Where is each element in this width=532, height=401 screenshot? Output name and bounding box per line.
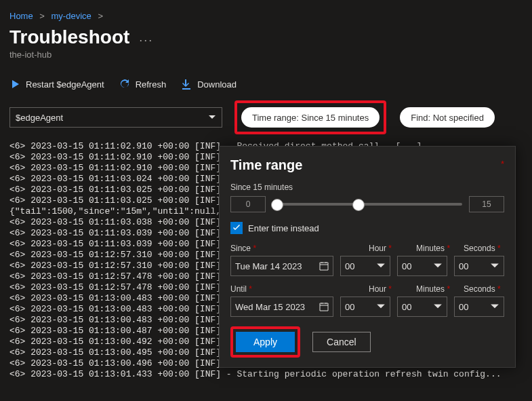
calendar-icon bbox=[319, 302, 329, 311]
chevron-down-icon bbox=[208, 113, 216, 121]
flyout-title: Time range bbox=[230, 157, 504, 173]
slider-track[interactable] bbox=[272, 203, 462, 206]
timerange-pill[interactable]: Time range: Since 15 minutes bbox=[241, 107, 380, 128]
since-hour-select[interactable]: 00 bbox=[340, 256, 390, 276]
since-minutes-select[interactable]: 00 bbox=[397, 256, 447, 276]
find-pill[interactable]: Find: Not specified bbox=[400, 107, 495, 128]
download-icon bbox=[181, 79, 192, 90]
cancel-button[interactable]: Cancel bbox=[312, 332, 371, 352]
refresh-icon bbox=[119, 79, 130, 90]
download-button[interactable]: Download bbox=[181, 79, 237, 90]
callout-timerange: Time range: Since 15 minutes bbox=[234, 100, 386, 134]
hour-label: Hour bbox=[369, 244, 386, 253]
until-date-value: Wed Mar 15 2023 bbox=[235, 302, 305, 312]
chevron-down-icon bbox=[433, 261, 443, 271]
minutes-label: Minutes bbox=[416, 284, 445, 294]
more-icon[interactable]: ... bbox=[139, 31, 153, 45]
breadcrumb: Home > my-device > bbox=[9, 11, 523, 21]
chevron-down-icon bbox=[490, 261, 499, 271]
play-icon bbox=[9, 79, 20, 90]
since-date-value: Tue Mar 14 2023 bbox=[235, 261, 302, 271]
enter-time-label: Enter time instead bbox=[248, 223, 319, 233]
refresh-label: Refresh bbox=[136, 79, 167, 90]
page-subtitle: the-iot-hub bbox=[9, 50, 523, 60]
minutes-label: Minutes bbox=[416, 244, 445, 253]
until-label: Until bbox=[230, 284, 247, 294]
callout-apply: Apply bbox=[230, 326, 300, 358]
slider-thumb-end[interactable] bbox=[352, 199, 365, 211]
refresh-button[interactable]: Refresh bbox=[119, 79, 167, 90]
breadcrumb-device[interactable]: my-device bbox=[52, 11, 91, 21]
page-title: Troubleshoot bbox=[9, 26, 129, 48]
slider-min: 0 bbox=[230, 196, 266, 212]
since-label: Since bbox=[230, 244, 251, 253]
timerange-flyout: * Time range Since 15 minutes 0 15 Enter… bbox=[219, 146, 516, 368]
slider-max: 15 bbox=[469, 196, 504, 212]
hour-label: Hour bbox=[369, 284, 386, 294]
chevron-right-icon: > bbox=[98, 11, 103, 21]
calendar-icon bbox=[319, 261, 329, 271]
until-seconds-select[interactable]: 00 bbox=[454, 297, 504, 317]
required-indicator: * bbox=[501, 159, 504, 169]
slider-thumb-start[interactable] bbox=[271, 199, 283, 211]
until-hour-select[interactable]: 00 bbox=[340, 297, 390, 317]
module-select[interactable]: $edgeAgent bbox=[9, 107, 222, 128]
chevron-down-icon bbox=[376, 302, 386, 311]
restart-label: Restart $edgeAgent bbox=[26, 79, 104, 90]
apply-button[interactable]: Apply bbox=[236, 332, 295, 352]
chevron-right-icon: > bbox=[39, 11, 45, 21]
seconds-label: Seconds bbox=[464, 284, 495, 294]
checkbox-checked-icon bbox=[230, 222, 243, 234]
chevron-down-icon bbox=[433, 302, 443, 311]
module-select-value: $edgeAgent bbox=[16, 113, 63, 123]
toolbar: Restart $edgeAgent Refresh Download bbox=[9, 79, 523, 90]
download-label: Download bbox=[197, 79, 237, 90]
restart-button[interactable]: Restart $edgeAgent bbox=[9, 79, 104, 90]
since-date-input[interactable]: Tue Mar 14 2023 bbox=[230, 256, 333, 276]
log-line: <6> 2023-03-15 01:13:01.433 +00:00 [INF]… bbox=[9, 369, 523, 380]
chevron-down-icon bbox=[490, 302, 499, 311]
slider-caption: Since 15 minutes bbox=[230, 183, 504, 192]
chevron-down-icon bbox=[376, 261, 386, 271]
until-minutes-select[interactable]: 00 bbox=[397, 297, 447, 317]
until-date-input[interactable]: Wed Mar 15 2023 bbox=[230, 297, 333, 317]
breadcrumb-home[interactable]: Home bbox=[9, 11, 33, 21]
since-seconds-select[interactable]: 00 bbox=[454, 256, 504, 276]
enter-time-checkbox[interactable]: Enter time instead bbox=[230, 222, 504, 234]
seconds-label: Seconds bbox=[464, 244, 495, 253]
